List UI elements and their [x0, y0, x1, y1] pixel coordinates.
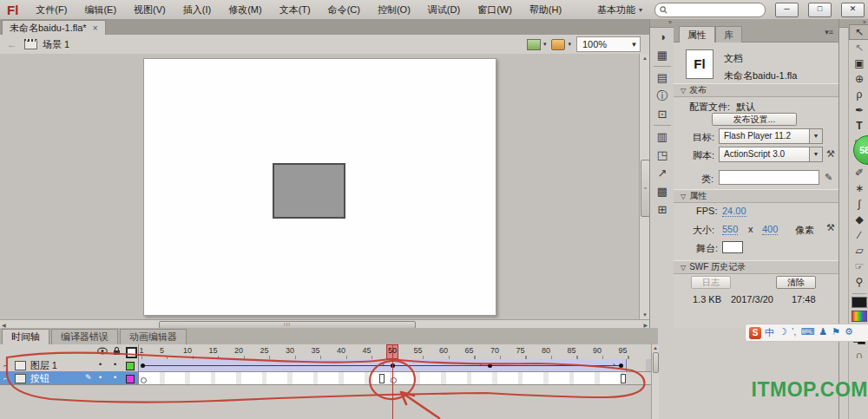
tab-library[interactable]: 库	[715, 26, 742, 43]
stroke-color-swatch[interactable]	[852, 297, 867, 308]
user-icon[interactable]: ♟	[819, 326, 827, 339]
menu-item-6[interactable]: 命令(C)	[319, 3, 369, 16]
dock-collapse-button[interactable]: »	[650, 19, 674, 28]
zoom-tool[interactable]: ⚲	[849, 274, 868, 290]
subselection-tool[interactable]: ↖	[849, 40, 868, 56]
soft-keyboard-icon[interactable]: ⌨	[800, 326, 814, 339]
properties-section-header[interactable]: ▽属性	[674, 189, 845, 203]
eyedropper-tool[interactable]: ∕	[849, 227, 868, 243]
menu-item-7[interactable]: 控制(O)	[369, 3, 419, 16]
layer-lock-dot[interactable]: •	[114, 360, 116, 369]
workspace-switcher[interactable]: 基本功能 ▾	[597, 3, 648, 16]
layer-visible-dot[interactable]: •	[99, 373, 102, 382]
class-edit-pencil-icon[interactable]: ✎	[825, 172, 832, 183]
punctuation-icon[interactable]: ’,	[792, 326, 797, 339]
motion-presets-panel-icon[interactable]: ↗	[650, 164, 674, 182]
snap-magnet-icon[interactable]: ∩	[849, 347, 868, 363]
playhead-line[interactable]	[392, 344, 393, 419]
size-height-value[interactable]: 400	[762, 224, 778, 235]
menu-item-1[interactable]: 编辑(E)	[76, 3, 125, 16]
stage-zoom-select[interactable]: 100% ▼	[576, 36, 641, 52]
target-select[interactable]: Flash Player 11.2▼	[719, 128, 823, 144]
motion-tween-span[interactable]: › › ›	[139, 359, 627, 371]
3d-rotation-tool[interactable]: ⊕	[849, 71, 868, 87]
paint-bucket-tool[interactable]: ◆	[849, 212, 868, 227]
menu-item-0[interactable]: 文件(F)	[27, 3, 76, 16]
swatches-panel-icon[interactable]: ▦	[650, 46, 674, 64]
info-panel-icon[interactable]: ⓘ	[650, 87, 674, 105]
skin-icon[interactable]: ⚑	[832, 326, 840, 339]
close-icon[interactable]: ×	[93, 23, 98, 33]
fill-color-swatch[interactable]	[852, 311, 867, 322]
layer-row-tuceng1[interactable]: ⌐ 图层 1 • • › › ›	[0, 359, 651, 372]
script-settings-wrench-icon[interactable]: ⚒	[826, 148, 835, 160]
stage-canvas[interactable]	[143, 58, 496, 316]
stage-color-swatch[interactable]	[722, 241, 743, 253]
library-panel-icon[interactable]: ▥	[650, 128, 674, 146]
timeline-vertical-scrollbar[interactable]: ▲	[651, 344, 659, 419]
show-hide-eye-icon[interactable]	[97, 347, 108, 355]
layer2-frames[interactable]	[139, 372, 651, 384]
clear-button[interactable]: 清除	[776, 276, 816, 289]
size-width-value[interactable]: 550	[722, 224, 738, 235]
back-arrow-icon[interactable]: ←	[0, 38, 24, 50]
close-button[interactable]: ✕	[841, 3, 865, 17]
keyframe-marker[interactable]	[488, 363, 492, 368]
script-select[interactable]: ActionScript 3.0▼	[719, 147, 823, 162]
empty-keyframe-marker[interactable]	[141, 377, 147, 383]
edit-symbol-icon[interactable]	[551, 39, 565, 50]
bone-tool[interactable]: ∫	[849, 196, 868, 212]
component-inspector-panel-icon[interactable]: ⊞	[650, 200, 674, 219]
code-snippets-panel-icon[interactable]: ◳	[650, 146, 674, 164]
input-method-toolbar[interactable]: S 中☽’,⌨♟⚑⚙	[745, 324, 868, 342]
outline-view-icon[interactable]	[126, 347, 137, 358]
menu-item-9[interactable]: 窗口(W)	[469, 3, 521, 16]
color-panel-icon[interactable]: ◑	[650, 28, 674, 46]
layer-outline-color-swatch[interactable]	[126, 375, 135, 383]
layer-visible-dot[interactable]: •	[99, 360, 102, 369]
brush-tool[interactable]: ✐	[849, 165, 868, 180]
minimize-button[interactable]: ─	[775, 3, 799, 17]
menu-item-3[interactable]: 插入(I)	[174, 3, 220, 16]
class-input[interactable]	[719, 170, 819, 185]
menu-item-8[interactable]: 调试(D)	[419, 3, 469, 16]
hand-tool[interactable]: ☞	[849, 259, 868, 274]
document-tab[interactable]: 未命名baidu-1.fla* ×	[2, 20, 106, 36]
sogou-logo-icon[interactable]: S	[749, 327, 761, 339]
deco-tool[interactable]: ∗	[849, 180, 868, 196]
text-tool[interactable]: T	[849, 118, 868, 134]
stage-pasteboard[interactable]	[0, 54, 639, 319]
menu-item-2[interactable]: 视图(V)	[125, 3, 174, 16]
free-transform-tool[interactable]: ▣	[849, 56, 868, 71]
fps-value[interactable]: 24.00	[722, 206, 746, 217]
maximize-button[interactable]: □	[808, 3, 832, 17]
layer-outline-color-swatch[interactable]	[126, 362, 135, 370]
components-panel-icon[interactable]: ▩	[650, 182, 674, 200]
scene-breadcrumb[interactable]: 场景 1	[43, 38, 69, 51]
menu-item-5[interactable]: 文本(T)	[271, 3, 319, 16]
align-panel-icon[interactable]: ▤	[650, 69, 674, 87]
lock-icon[interactable]	[113, 347, 121, 356]
swf-history-section-header[interactable]: ▽SWF 历史记录	[674, 260, 845, 274]
layer1-frames[interactable]: › › ›	[139, 359, 651, 371]
panel-menu-icon[interactable]: ▾≡	[825, 28, 833, 36]
tab-properties[interactable]: 属性	[679, 26, 715, 43]
keyframe-marker[interactable]	[619, 363, 623, 368]
layer-lock-dot[interactable]: •	[114, 373, 116, 382]
half-moon-icon[interactable]: ☽	[779, 326, 787, 339]
log-button[interactable]: 日志	[691, 276, 731, 289]
menu-item-4[interactable]: 修改(M)	[220, 3, 271, 16]
tab-motion-editor[interactable]: 动画编辑器	[120, 329, 187, 344]
toolbox-icon[interactable]: ⚙	[845, 326, 853, 339]
tab-compiler-errors[interactable]: 编译器错误	[51, 329, 118, 344]
lasso-tool[interactable]: ρ	[849, 87, 868, 102]
eraser-tool[interactable]: ▱	[849, 243, 868, 259]
publish-settings-button[interactable]: 发布设置...	[712, 113, 797, 126]
chinese-mode-icon[interactable]: 中	[765, 326, 774, 339]
span-end-marker[interactable]	[379, 374, 385, 383]
publish-section-header[interactable]: ▽发布	[674, 83, 845, 97]
search-input[interactable]	[654, 3, 766, 17]
menu-item-10[interactable]: 帮助(H)	[521, 3, 570, 16]
edit-scene-icon[interactable]	[527, 39, 541, 50]
size-settings-wrench-icon[interactable]: ⚒	[826, 222, 835, 233]
